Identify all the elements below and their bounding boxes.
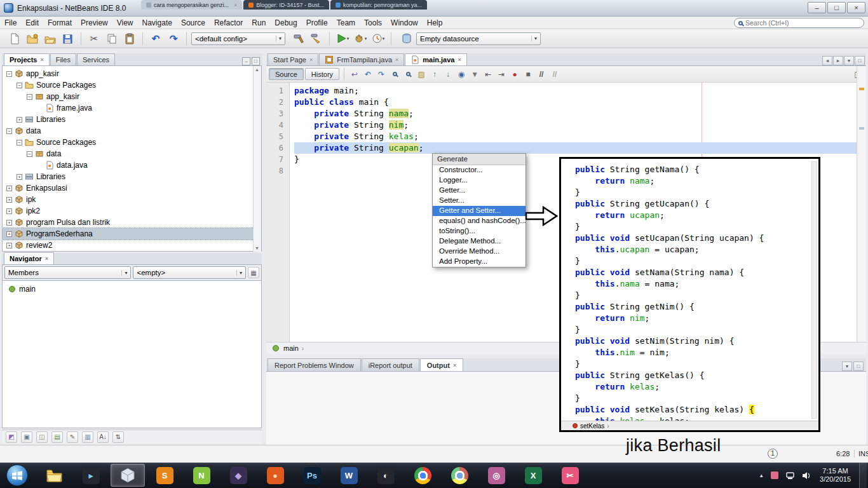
uncomment-icon[interactable]: // xyxy=(548,68,561,81)
tree-item-program-pulsa-dan-listrik[interactable]: +program Pulsa dan listrik xyxy=(3,217,261,228)
view-source-button[interactable]: Source xyxy=(269,68,304,80)
tree-item-libraries[interactable]: +Libraries xyxy=(3,171,261,182)
minimize-button[interactable]: – xyxy=(808,2,826,13)
shift-line-right-icon[interactable]: ⇥ xyxy=(495,68,508,81)
taskbar-clock[interactable]: 7:15 AM 3/20/2015 xyxy=(820,467,851,484)
profile-project-button[interactable]: ▾ xyxy=(370,31,386,46)
navigator-filter-select[interactable]: Members▾ xyxy=(4,266,131,279)
menu-team[interactable]: Team xyxy=(332,17,360,29)
editor-tab-start-page[interactable]: Start Page× xyxy=(268,53,318,65)
tree-item-source-packages[interactable]: −Source Packages xyxy=(3,79,261,91)
editor-tab-frmtampilan-java[interactable]: FrmTampilan.java× xyxy=(319,53,404,65)
last-edit-position-icon[interactable]: ↩ xyxy=(348,68,361,81)
back-icon[interactable]: ↶ xyxy=(362,68,374,81)
comment-icon[interactable]: // xyxy=(535,68,548,81)
taskbar-paint[interactable]: ◎ xyxy=(479,464,513,487)
menu-tools[interactable]: Tools xyxy=(360,17,386,29)
tree-scrollbar[interactable]: ▲ ▼ xyxy=(253,66,261,252)
cut-button[interactable]: ✂ xyxy=(86,31,102,46)
notification-badge[interactable]: 1 xyxy=(768,449,778,459)
tree-item-enkapsulasi[interactable]: +Enkapsulasi xyxy=(3,182,261,194)
panel-menu-icon[interactable]: ▾ xyxy=(842,362,852,371)
generate-item-logger[interactable]: Logger... xyxy=(433,175,526,186)
maximize-editor-icon[interactable]: □ xyxy=(855,56,865,65)
tab-output[interactable]: Output× xyxy=(420,358,463,371)
show-palette-icon[interactable]: ◩ xyxy=(6,431,17,443)
close-icon[interactable]: × xyxy=(45,255,48,262)
expand-handle-icon[interactable]: + xyxy=(6,197,12,203)
tree-item-programsederhana[interactable]: +ProgramSederhana xyxy=(3,228,261,240)
taskbar-windows-explorer[interactable] xyxy=(37,464,71,487)
show-frame-icon[interactable]: ▣ xyxy=(21,431,32,443)
tree-item-libraries[interactable]: +Libraries xyxy=(3,114,261,125)
tab-ireport-output[interactable]: iReport output xyxy=(362,358,419,371)
debug-project-button[interactable]: ▾ xyxy=(352,31,369,46)
tree-item-ipk[interactable]: +ipk xyxy=(3,194,261,205)
close-icon[interactable]: × xyxy=(453,362,456,369)
scroll-up-icon[interactable]: ▲ xyxy=(255,67,259,72)
tree-item-app-kasir[interactable]: −app_kasir xyxy=(3,91,261,102)
menu-edit[interactable]: Edit xyxy=(21,17,43,29)
tree-item-review2[interactable]: +review2 xyxy=(3,240,261,251)
scroll-down-icon[interactable]: ▼ xyxy=(255,246,259,250)
taskbar-media-player[interactable]: ▸ xyxy=(74,464,108,487)
browser-tab-2[interactable]: Blogger: ID-34157 - Bust... xyxy=(243,0,329,10)
sort-source-icon[interactable]: ⇅ xyxy=(112,431,124,443)
collapse-handle-icon[interactable]: − xyxy=(27,94,32,100)
taskbar-sublime-text[interactable]: S xyxy=(147,464,182,487)
expand-handle-icon[interactable]: + xyxy=(6,208,12,214)
taskbar-chrome-2[interactable] xyxy=(442,464,477,487)
new-file-button[interactable] xyxy=(6,31,23,46)
tab-list-icon[interactable]: ▾ xyxy=(844,56,854,65)
warning-tick[interactable] xyxy=(859,88,864,90)
generate-item-getter[interactable]: Getter... xyxy=(433,186,526,196)
collapse-handle-icon[interactable]: − xyxy=(17,83,22,88)
generate-item-getter-and-setter[interactable]: Getter and Setter... xyxy=(433,206,526,216)
navigator-scope-select[interactable]: <empty>▾ xyxy=(133,266,246,279)
close-icon[interactable]: × xyxy=(395,57,398,63)
search-input[interactable] xyxy=(745,19,850,27)
find-selection-icon[interactable] xyxy=(402,68,414,81)
browser-tab-1[interactable]: cara mengoperasikan genzi...× xyxy=(141,0,242,10)
generate-item-delegate-method[interactable]: Delegate Method... xyxy=(433,236,526,247)
view-history-button[interactable]: History xyxy=(305,68,339,80)
generate-item-tostring[interactable]: toString()... xyxy=(433,226,526,236)
redo-button[interactable]: ↷ xyxy=(165,31,182,46)
mark-tick[interactable] xyxy=(859,127,864,130)
close-icon[interactable]: × xyxy=(234,2,237,8)
menu-format[interactable]: Format xyxy=(43,17,76,29)
expand-handle-icon[interactable]: + xyxy=(6,186,12,191)
menu-profile[interactable]: Profile xyxy=(302,17,332,29)
taskbar-excel[interactable]: X xyxy=(516,464,550,487)
close-icon[interactable]: × xyxy=(40,57,43,63)
tray-expand-icon[interactable]: ▲ xyxy=(759,473,764,478)
config-select[interactable]: <default config>▾ xyxy=(191,32,285,45)
menu-help[interactable]: Help xyxy=(423,17,447,29)
maximize-button[interactable]: □ xyxy=(827,2,846,13)
tab-files[interactable]: Files xyxy=(50,53,76,65)
menu-navigate[interactable]: Navigate xyxy=(138,17,177,29)
toggle-highlight-icon[interactable]: ▨ xyxy=(415,68,428,81)
tree-item-data[interactable]: −data xyxy=(3,148,261,159)
menu-source[interactable]: Source xyxy=(177,17,210,29)
tab-services[interactable]: Services xyxy=(77,53,115,65)
generate-item-setter[interactable]: Setter... xyxy=(433,196,526,206)
tree-item-data[interactable]: −data xyxy=(3,125,261,137)
tab-projects[interactable]: Projects× xyxy=(4,53,50,65)
generate-item-constructor[interactable]: Constructor... xyxy=(433,165,526,175)
datasource-select[interactable]: Empty datasource▾ xyxy=(416,32,541,45)
editor-tab-main-java[interactable]: main.java× xyxy=(405,53,466,65)
find-icon[interactable] xyxy=(388,68,401,81)
save-all-button[interactable] xyxy=(60,31,76,46)
scroll-tabs-left-icon[interactable]: ◂ xyxy=(822,56,832,65)
taskbar-firefox[interactable]: ◐ xyxy=(369,464,403,487)
generate-item-add-property[interactable]: Add Property... xyxy=(433,257,526,267)
generate-item-override-method[interactable]: Override Method... xyxy=(433,247,526,257)
stop-macro-recording-icon[interactable]: ■ xyxy=(522,68,534,81)
network-icon[interactable] xyxy=(785,470,796,480)
menu-run[interactable]: Run xyxy=(247,17,270,29)
expand-handle-icon[interactable]: + xyxy=(6,220,12,226)
next-bookmark-icon[interactable]: ▼ xyxy=(468,68,481,81)
expand-handle-icon[interactable]: + xyxy=(17,174,22,180)
expand-handle-icon[interactable]: + xyxy=(17,117,22,123)
